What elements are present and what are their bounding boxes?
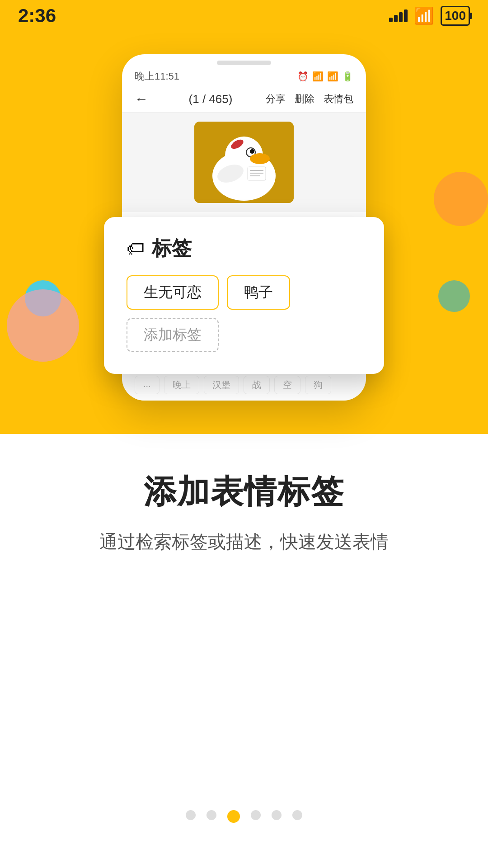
dots-indicator (0, 810, 488, 823)
nav-title: (1 / 465) (155, 92, 266, 106)
back-button[interactable]: ← (135, 91, 148, 107)
avail-chip-17[interactable]: 空 (274, 376, 300, 394)
signal-icon (389, 9, 408, 22)
avail-chip-13[interactable]: ... (135, 376, 160, 394)
popup-chip-shengwukevian[interactable]: 生无可恋 (127, 275, 219, 310)
popup-chip-yazi[interactable]: 鸭子 (227, 275, 290, 310)
phone-wifi-icon: 📶 (312, 71, 324, 82)
share-button[interactable]: 分享 (266, 92, 286, 106)
dot-2[interactable] (206, 810, 216, 820)
sticker-button[interactable]: 表情包 (324, 92, 353, 106)
available-chips-row3: ... 晚上 汉堡 战 空 狗 (135, 376, 353, 394)
avail-chip-15[interactable]: 汉堡 (204, 376, 239, 394)
tag-popup-icon: 🏷 (127, 238, 145, 259)
tag-popup-title: 标签 (152, 235, 192, 262)
system-time: 2:36 (18, 5, 56, 27)
duck-image (194, 122, 294, 203)
tag-popup: 🏷 标签 生无可恋 鸭子 添加标签 (104, 217, 384, 374)
decorative-circle-green (438, 280, 470, 312)
phone-battery-icon: 🔋 (342, 71, 353, 82)
bottom-content: 添加表情标签 通过检索标签或描述，快速发送表情 (0, 443, 488, 556)
avail-chip-18[interactable]: 狗 (305, 376, 331, 394)
avail-chip-16[interactable]: 战 (244, 376, 270, 394)
phone-notch (217, 61, 271, 65)
dot-6[interactable] (292, 810, 302, 820)
system-status-bar: 2:36 📶 100 (0, 0, 488, 32)
delete-button[interactable]: 删除 (295, 92, 314, 106)
decorative-circle-orange (434, 172, 488, 226)
sub-title: 通过检索标签或描述，快速发送表情 (36, 527, 452, 556)
svg-rect-8 (248, 167, 266, 180)
phone-time: 晚上11:51 (135, 70, 179, 83)
svg-point-4 (250, 149, 254, 154)
popup-add-tag-button[interactable]: 添加标签 (127, 318, 219, 352)
dot-4[interactable] (251, 810, 261, 820)
main-title: 添加表情标签 (36, 470, 452, 514)
dot-1[interactable] (186, 810, 196, 820)
tag-popup-chips: 生无可恋 鸭子 添加标签 (127, 275, 361, 352)
battery-indicator: 100 (441, 6, 470, 26)
wifi-icon: 📶 (414, 6, 434, 25)
nav-actions: 分享 删除 表情包 (266, 92, 353, 106)
dot-3-active[interactable] (227, 810, 240, 823)
phone-nav-bar: ← (1 / 465) 分享 删除 表情包 (122, 86, 366, 113)
decorative-circle-pink (7, 289, 79, 362)
alarm-icon: ⏰ (297, 71, 309, 82)
tag-popup-header: 🏷 标签 (127, 235, 361, 262)
avail-chip-14[interactable]: 晚上 (164, 376, 199, 394)
svg-point-5 (250, 153, 270, 164)
phone-signal-icon: 📶 (327, 71, 338, 82)
status-icons: 📶 100 (389, 6, 470, 26)
phone-content-area (122, 113, 366, 212)
phone-status-icons: ⏰ 📶 📶 🔋 (297, 71, 353, 82)
phone-status-bar: 晚上11:51 ⏰ 📶 📶 🔋 (122, 65, 366, 86)
dot-5[interactable] (272, 810, 282, 820)
